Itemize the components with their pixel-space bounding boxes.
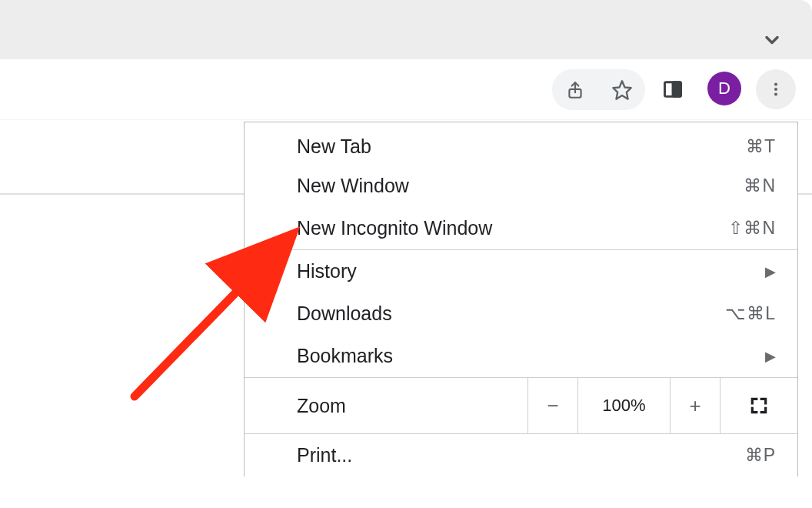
tab-strip [0,0,812,59]
menu-shortcut: ⇧⌘N [728,218,776,239]
menu-label: Zoom [297,395,346,417]
menu-shortcut: ⌥⌘L [725,303,776,324]
submenu-caret-icon: ▶ [765,263,776,280]
menu-label: Downloads [297,302,392,325]
omnibox-actions [552,69,645,110]
menu-item-history[interactable]: History ▶ [245,250,797,292]
menu-item-print[interactable]: Print... ⌘P [245,434,797,476]
menu-item-new-tab[interactable]: New Tab ⌘T [245,122,797,165]
menu-label: New Tab [297,135,371,158]
menu-item-new-window[interactable]: New Window ⌘N [245,165,797,207]
avatar-letter: D [718,79,730,99]
menu-label: History [297,260,357,282]
menu-label: Print... [297,444,352,466]
chrome-menu-button[interactable] [756,69,796,109]
browser-toolbar: D [0,59,812,120]
submenu-caret-icon: ▶ [765,348,776,365]
svg-marker-1 [613,81,631,99]
bookmark-star-icon[interactable] [606,74,638,106]
menu-label: New Incognito Window [297,217,492,239]
svg-rect-3 [673,82,681,97]
menu-label: New Window [297,175,409,197]
zoom-in-button[interactable]: + [671,378,720,433]
svg-point-5 [774,88,777,91]
share-icon[interactable] [559,74,591,106]
profile-avatar[interactable]: D [707,72,741,105]
fullscreen-button[interactable] [720,378,797,433]
menu-label: Bookmarks [297,345,393,367]
zoom-label: Zoom [245,378,528,433]
menu-item-downloads[interactable]: Downloads ⌥⌘L [245,292,797,335]
menu-shortcut: ⌘P [745,445,776,466]
fullscreen-icon [749,396,769,416]
svg-point-4 [774,83,777,86]
dropdown-icon[interactable] [761,29,783,54]
menu-shortcut: ⌘T [746,136,776,157]
menu-item-bookmarks[interactable]: Bookmarks ▶ [245,335,797,377]
side-panel-icon[interactable] [655,72,691,107]
chrome-menu: New Tab ⌘T New Window ⌘N New Incognito W… [244,122,798,476]
menu-item-new-incognito[interactable]: New Incognito Window ⇧⌘N [245,207,797,249]
svg-point-6 [774,92,777,95]
menu-shortcut: ⌘N [744,175,776,196]
zoom-value: 100% [578,378,671,433]
menu-item-zoom: Zoom − 100% + [245,378,797,434]
zoom-out-button[interactable]: − [528,378,578,433]
